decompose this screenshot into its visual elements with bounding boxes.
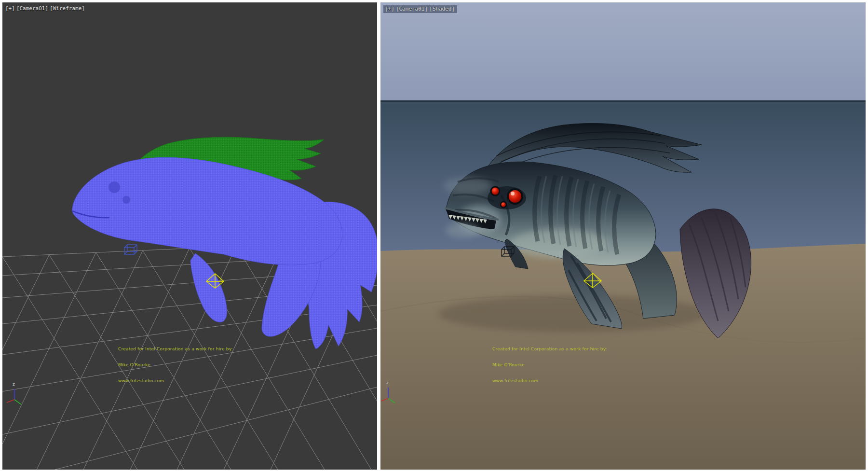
box-helper-gizmo[interactable] bbox=[124, 245, 137, 254]
axis-z-label: z bbox=[386, 380, 389, 385]
annotation-line-2: Mike O'Rourke bbox=[118, 362, 233, 368]
sand-ground bbox=[380, 244, 866, 470]
chin-highlight bbox=[446, 222, 479, 238]
viewport-pov-menu[interactable]: [Camera01] bbox=[16, 5, 48, 12]
eye-spot-large bbox=[108, 181, 120, 193]
eye-small-2 bbox=[501, 202, 506, 208]
viewport-pov-menu[interactable]: [Camera01] bbox=[396, 6, 428, 12]
fish-body-wire[interactable] bbox=[72, 157, 342, 265]
ventral-fin-wire[interactable] bbox=[190, 253, 227, 322]
axis-x bbox=[7, 400, 14, 403]
viewport-label-shaded: [+] [Camera01] [Shaded] bbox=[383, 5, 457, 13]
annotation-line-1: Created for Intel Corporation as a work … bbox=[118, 347, 233, 352]
eye-large bbox=[508, 189, 522, 204]
copyright-annotation: Created for Intel Corporation as a work … bbox=[492, 336, 607, 394]
fish-model-wireframe[interactable] bbox=[72, 137, 377, 349]
viewport-wireframe[interactable]: [+] [Camera01] [Wireframe] bbox=[2, 2, 377, 470]
eye-large-highlight bbox=[511, 192, 515, 195]
copyright-annotation: Created for Intel Corporation as a work … bbox=[118, 336, 233, 394]
world-axis-tripod bbox=[7, 389, 21, 404]
wireframe-scene-canvas[interactable] bbox=[2, 2, 377, 470]
viewport-general-menu[interactable]: [+] bbox=[385, 6, 394, 12]
axis-z-label: z bbox=[13, 382, 15, 387]
sky bbox=[380, 2, 866, 100]
annotation-line-3: www.fritzstudio.com bbox=[118, 378, 233, 384]
eye-small-1 bbox=[491, 187, 500, 195]
viewport-general-menu[interactable]: [+] bbox=[5, 5, 15, 12]
viewport-shading-menu[interactable]: [Shaded] bbox=[429, 6, 455, 12]
annotation-line-2: Mike O'Rourke bbox=[492, 362, 607, 368]
horizon-line bbox=[380, 100, 866, 102]
shaded-scene-canvas[interactable] bbox=[380, 2, 866, 470]
annotation-line-1: Created for Intel Corporation as a work … bbox=[492, 347, 607, 352]
eye-spot-small bbox=[122, 196, 130, 204]
viewport-label-wireframe: [+] [Camera01] [Wireframe] bbox=[5, 5, 85, 12]
viewport-shading-menu[interactable]: [Wireframe] bbox=[50, 5, 85, 12]
viewport-shaded[interactable]: [+] [Camera01] [Shaded] bbox=[380, 2, 866, 470]
annotation-line-3: www.fritzstudio.com bbox=[492, 378, 607, 384]
axis-y bbox=[14, 400, 21, 404]
